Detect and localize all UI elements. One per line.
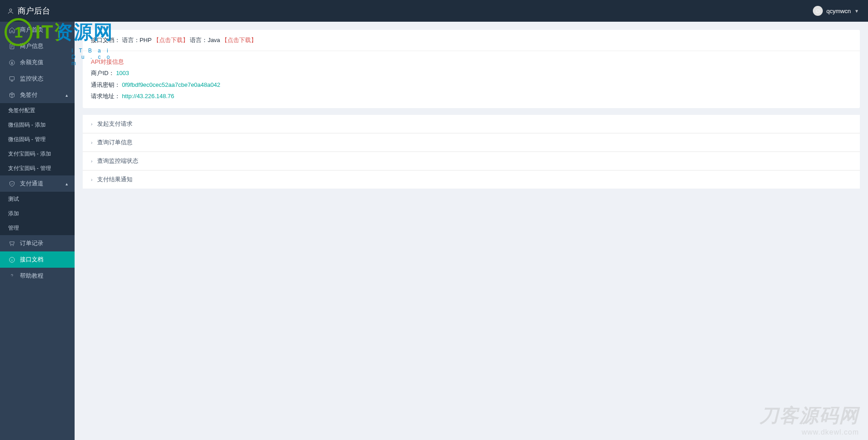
shield-icon [8,180,15,187]
sidebar-item-help[interactable]: 帮助教程 [0,268,75,284]
sidebar-sub-add[interactable]: 添加 [0,206,75,221]
sidebar-sub-manage[interactable]: 管理 [0,221,75,235]
sidebar-item-home[interactable]: 商户首页 [0,22,75,38]
app-header: 商户后台 ☺ qcymwcn ▼ [0,0,868,22]
caret-down-icon: ▼ [854,9,859,14]
url-row: 请求地址： http://43.226.148.76 [91,91,852,101]
sidebar-item-label: 商户首页 [20,26,43,34]
download-php-link[interactable]: 【点击下载】 [153,37,189,43]
accordion-query-monitor[interactable]: › 查询监控端状态 [83,152,860,170]
main-content: 接口文档： 语言：PHP 【点击下载】 语言：Java 【点击下载】 API对接… [75,22,868,440]
accordion-label: 发起支付请求 [97,120,132,128]
accordion-label: 查询订单信息 [97,138,132,147]
chevron-right-icon: › [91,140,93,145]
sidebar-item-label: 余额充值 [20,58,43,66]
question-icon [8,272,15,279]
chevron-up-icon: ▴ [66,93,68,98]
doc-prefix: 接口文档： [91,37,120,43]
sidebar-submenu-paychannel: 测试 添加 管理 [0,192,75,235]
merchant-id-value: 1003 [116,70,129,76]
accordion-pay-notify[interactable]: › 支付结果通知 [83,170,860,189]
chevron-up-icon: ▴ [66,181,68,186]
sidebar-item-label: 监控状态 [20,75,43,83]
sidebar-item-label: 支付宝固码 - 管理 [8,165,51,172]
sidebar-sub-wx-add[interactable]: 微信固码 - 添加 [0,118,75,132]
sidebar-item-merchant-info[interactable]: 商户信息 [0,38,75,54]
document-icon [8,43,15,50]
cart-icon [8,240,15,247]
sidebar: 商户首页 商户信息 余额充值 监控状态 免签付 ▴ 免签付配置 微信固码 - [0,22,75,440]
api-info-panel: 接口文档： 语言：PHP 【点击下载】 语言：Java 【点击下载】 API对接… [83,30,860,108]
svg-rect-3 [9,76,14,80]
secret-row: 通讯密钥： 0f9fbdf9ec0cec52aa7cbe7e0a48a042 [91,80,852,90]
sidebar-item-label: 微信固码 - 添加 [8,121,46,129]
sidebar-item-label: 管理 [8,224,19,232]
sidebar-item-label: 商户信息 [20,42,43,50]
merchant-id-label: 商户ID： [91,70,114,76]
home-icon [8,26,15,33]
lang-php-label: 语言：PHP [122,37,152,43]
sidebar-item-label: 订单记录 [20,239,43,247]
sidebar-sub-test[interactable]: 测试 [0,192,75,206]
sidebar-item-recharge[interactable]: 余额充值 [0,54,75,71]
sidebar-item-monitor[interactable]: 监控状态 [0,71,75,87]
username: qcymwcn [826,8,851,14]
panel-body: API对接信息 商户ID： 1003 通讯密钥： 0f9fbdf9ec0cec5… [83,51,860,108]
sidebar-item-label: 免签付配置 [8,107,35,114]
user-menu[interactable]: ☺ qcymwcn ▼ [813,6,859,16]
accordion-query-order[interactable]: › 查询订单信息 [83,133,860,152]
header-title-wrap: 商户后台 [7,5,50,16]
sidebar-item-label: 支付宝固码 - 添加 [8,150,51,158]
request-url-link[interactable]: http://43.226.148.76 [122,93,175,99]
sidebar-item-label: 添加 [8,210,19,218]
sidebar-item-api-doc[interactable]: 接口文档 [0,251,75,268]
avatar: ☺ [813,6,823,16]
accordion-panel: › 发起支付请求 › 查询订单信息 › 查询监控端状态 › 支付结果通知 [83,115,860,189]
sidebar-item-mianqian[interactable]: 免签付 ▴ [0,87,75,103]
sidebar-sub-ali-add[interactable]: 支付宝固码 - 添加 [0,147,75,161]
secret-value: 0f9fbdf9ec0cec52aa7cbe7e0a48a042 [122,81,221,88]
cube-icon [8,91,15,99]
user-icon [7,7,14,14]
sidebar-item-label: 免签付 [20,91,38,99]
secret-label: 通讯密钥： [91,81,120,88]
download-java-link[interactable]: 【点击下载】 [222,37,257,43]
monitor-icon [8,75,15,82]
chevron-right-icon: › [91,177,93,182]
sidebar-item-label: 接口文档 [20,255,43,264]
accordion-pay-request[interactable]: › 发起支付请求 [83,115,860,133]
sidebar-item-label: 帮助教程 [20,272,43,280]
accordion-label: 支付结果通知 [97,175,132,184]
lang-java-label: 语言：Java [190,37,220,43]
sidebar-item-label: 支付通道 [20,180,43,188]
accordion-label: 查询监控端状态 [97,157,138,165]
chevron-right-icon: › [91,158,93,164]
sidebar-sub-ali-manage[interactable]: 支付宝固码 - 管理 [0,161,75,175]
api-info-title: API对接信息 [91,57,852,67]
sidebar-item-label: 测试 [8,195,19,203]
sidebar-submenu-mianqian: 免签付配置 微信固码 - 添加 微信固码 - 管理 支付宝固码 - 添加 支付宝… [0,103,75,175]
sidebar-item-paychannel[interactable]: 支付通道 ▴ [0,175,75,192]
sidebar-sub-wx-manage[interactable]: 微信固码 - 管理 [0,132,75,147]
sidebar-item-orders[interactable]: 订单记录 [0,235,75,251]
sidebar-sub-mianqian-config[interactable]: 免签付配置 [0,103,75,118]
yen-icon [8,59,15,66]
merchant-id-row: 商户ID： 1003 [91,68,852,78]
chevron-right-icon: › [91,121,93,127]
info-icon [8,256,15,263]
svg-point-0 [9,9,12,11]
app-title: 商户后台 [18,5,50,16]
panel-head: 接口文档： 语言：PHP 【点击下载】 语言：Java 【点击下载】 [83,30,860,51]
sidebar-item-label: 微信固码 - 管理 [8,136,46,143]
url-label: 请求地址： [91,93,120,99]
